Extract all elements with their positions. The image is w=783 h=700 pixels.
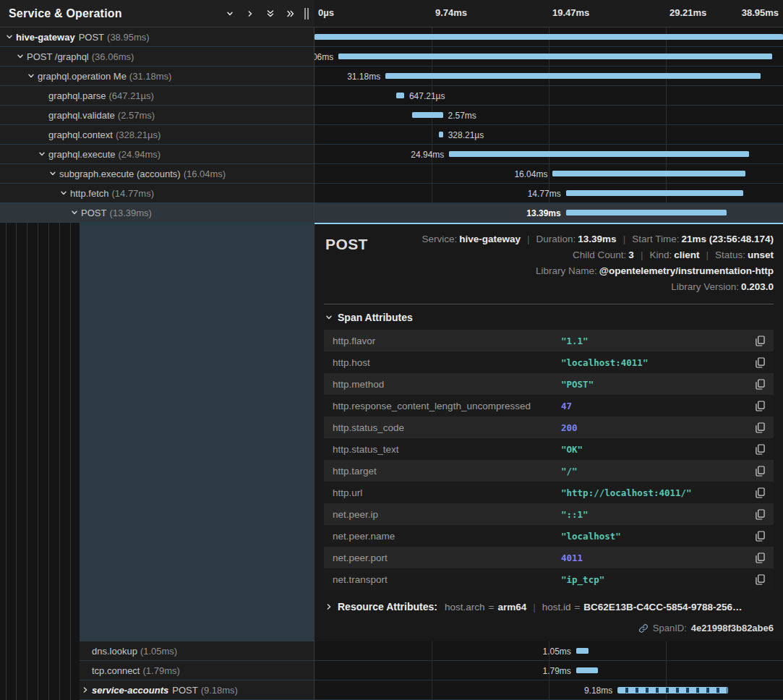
span-row[interactable]: graphql.context(328.21µs)328.21µs (0, 125, 783, 145)
operation-name: graphql.execute (48, 149, 116, 160)
chevron-down-icon[interactable] (60, 189, 70, 197)
chevron-right-icon[interactable] (241, 5, 259, 22)
copy-button[interactable] (756, 336, 765, 346)
chevron-right-icon[interactable] (82, 686, 92, 693)
span-bar[interactable] (338, 54, 772, 59)
tree-indent-guide (6, 223, 7, 700)
span-tree-cell[interactable]: tcp.connect(1.79ms) (80, 661, 315, 680)
double-chevron-right-icon[interactable] (282, 5, 299, 22)
span-waterfall-cell[interactable]: 38.95ms (315, 27, 783, 47)
span-waterfall-cell[interactable]: 14.77ms (315, 184, 783, 203)
span-bar[interactable] (412, 112, 443, 118)
span-bar[interactable] (552, 171, 745, 176)
service-operation-title: Service & Operation (0, 7, 221, 20)
span-waterfall-cell[interactable]: 24.94ms (315, 145, 783, 164)
copy-button[interactable] (756, 466, 765, 477)
detail-left-block (80, 223, 315, 641)
span-tree-cell[interactable]: POST(13.39ms) (0, 203, 315, 223)
span-waterfall-cell[interactable]: 647.21µs (315, 86, 783, 106)
chevron-down-icon[interactable] (38, 150, 48, 158)
copy-button[interactable] (756, 357, 765, 368)
copy-button[interactable] (756, 531, 765, 542)
copy-button[interactable] (756, 422, 765, 433)
span-tree-cell[interactable]: graphql.validate(2.57ms) (0, 106, 315, 125)
span-row[interactable]: POST /graphql(36.06ms)36.06ms (0, 47, 783, 67)
span-waterfall-cell[interactable]: 328.21µs (315, 125, 783, 145)
span-bar[interactable] (566, 190, 744, 196)
span-waterfall-cell[interactable]: 9.18ms (315, 680, 783, 700)
span-label: http.fetch(14.77ms) (70, 188, 154, 199)
span-bar[interactable] (617, 687, 728, 693)
span-waterfall-cell[interactable]: 13.39ms (315, 203, 783, 223)
chevron-down-icon[interactable] (27, 72, 38, 80)
span-tree-cell[interactable]: dns.lookup(1.05ms) (80, 641, 315, 661)
attribute-key: http.flavor (333, 336, 561, 346)
span-waterfall-cell[interactable]: 36.06ms (315, 47, 783, 67)
span-waterfall-cell[interactable]: 2.57ms (315, 106, 783, 125)
chevron-down-icon[interactable] (221, 5, 239, 22)
timeline-tick: 38.95ms (742, 7, 779, 18)
span-duration: (24.94ms) (119, 149, 161, 160)
timeline-header: 0µs9.74ms19.47ms29.21ms38.95ms (315, 0, 783, 27)
copy-button[interactable] (756, 444, 765, 455)
copy-button[interactable] (756, 509, 765, 520)
copy-button[interactable] (756, 401, 765, 411)
chevron-down-icon[interactable] (49, 170, 59, 177)
span-duration-label: 9.18ms (584, 686, 612, 696)
copy-button[interactable] (756, 574, 765, 585)
span-duration: (38.95ms) (107, 32, 150, 43)
span-tree-cell[interactable]: service-accountsPOST(9.18ms) (80, 680, 315, 700)
span-label: graphql.execute(24.94ms) (48, 149, 161, 160)
span-tree-cell[interactable]: graphql.operation Me(31.18ms) (0, 67, 315, 86)
span-bar[interactable] (315, 34, 783, 40)
span-bar[interactable] (576, 648, 589, 654)
span-duration: (9.18ms) (201, 685, 238, 696)
copy-button[interactable] (756, 552, 765, 563)
resource-attributes-title: Resource Attributes: (338, 601, 437, 612)
span-row[interactable]: service-accountsPOST(9.18ms)9.18ms (0, 680, 783, 700)
separator: | (527, 234, 530, 244)
attribute-row: net.peer.ip"::1" (324, 503, 774, 525)
resource-attributes-row[interactable]: Resource Attributes: host.arch=arm64|hos… (325, 601, 774, 612)
span-tree-cell[interactable]: graphql.context(328.21µs) (0, 125, 315, 145)
copy-button[interactable] (756, 379, 765, 390)
span-tree-cell[interactable]: subgraph.execute (accounts)(16.04ms) (0, 164, 315, 184)
span-row[interactable]: graphql.execute(24.94ms)24.94ms (0, 145, 783, 164)
span-row[interactable]: graphql.validate(2.57ms)2.57ms (0, 106, 783, 125)
span-duration-label: 647.21µs (409, 91, 445, 101)
chevron-down-icon[interactable] (71, 209, 81, 216)
span-row[interactable]: POST(13.39ms)13.39ms (0, 203, 783, 223)
panel-resize-handle[interactable] (304, 8, 311, 20)
span-bar[interactable] (396, 93, 404, 98)
chevron-down-icon[interactable] (6, 33, 16, 40)
span-row[interactable]: http.fetch(14.77ms)14.77ms (0, 184, 783, 203)
copy-button[interactable] (756, 487, 765, 498)
span-row[interactable]: dns.lookup(1.05ms)1.05ms (0, 641, 783, 661)
span-waterfall-cell[interactable]: 1.05ms (315, 641, 783, 661)
span-bar[interactable] (576, 667, 598, 673)
span-waterfall-cell[interactable]: 31.18ms (315, 67, 783, 86)
span-attributes-header[interactable]: Span Attributes (325, 312, 774, 323)
span-bar[interactable] (449, 151, 749, 157)
span-tree-cell[interactable]: graphql.parse(647.21µs) (0, 86, 315, 106)
span-tree-cell[interactable]: hive-gatewayPOST(38.95ms) (0, 27, 315, 47)
span-row[interactable]: graphql.parse(647.21µs)647.21µs (0, 86, 783, 106)
span-waterfall-cell[interactable]: 1.79ms (315, 661, 783, 680)
span-row[interactable]: subgraph.execute (accounts)(16.04ms)16.0… (0, 164, 783, 184)
span-row[interactable]: graphql.operation Me(31.18ms)31.18ms (0, 67, 783, 86)
span-bar[interactable] (439, 132, 442, 137)
span-bar[interactable] (385, 73, 761, 79)
chevron-down-icon[interactable] (17, 53, 27, 60)
span-tree-cell[interactable]: graphql.execute(24.94ms) (0, 145, 315, 164)
span-bar[interactable] (566, 210, 727, 215)
attribute-value: "OK" (561, 444, 583, 455)
link-icon[interactable] (638, 623, 649, 633)
span-tree-cell[interactable]: POST /graphql(36.06ms) (0, 47, 315, 67)
span-row[interactable]: tcp.connect(1.79ms)1.79ms (0, 661, 783, 680)
span-row[interactable]: hive-gatewayPOST(38.95ms)38.95ms (0, 27, 783, 47)
operation-name: graphql.operation Me (38, 71, 127, 82)
span-waterfall-cell[interactable]: 16.04ms (315, 164, 783, 184)
double-chevron-down-icon[interactable] (262, 5, 279, 22)
span-tree-cell[interactable]: http.fetch(14.77ms) (0, 184, 315, 203)
attribute-key: net.transport (333, 574, 561, 585)
